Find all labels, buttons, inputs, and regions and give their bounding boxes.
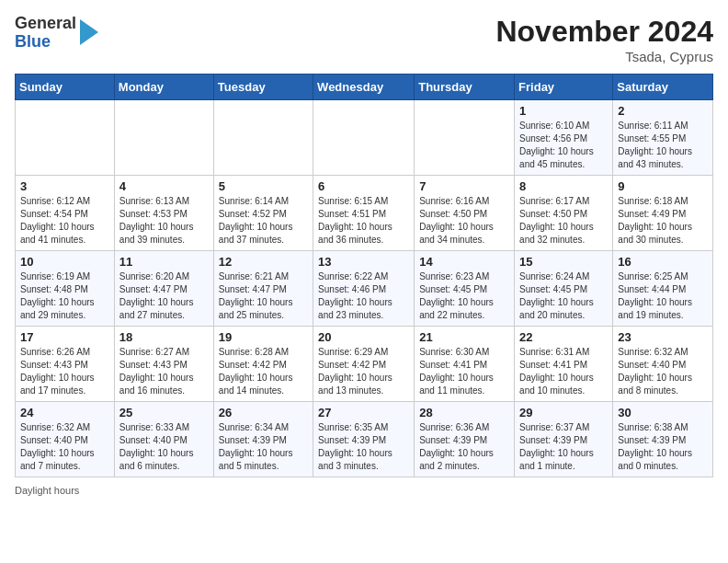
day-number: 24 <box>20 406 109 419</box>
day-info: Sunrise: 6:29 AM Sunset: 4:42 PM Dayligh… <box>318 346 409 397</box>
calendar-cell: 26Sunrise: 6:34 AM Sunset: 4:39 PM Dayli… <box>213 402 313 477</box>
day-number: 23 <box>618 330 708 344</box>
day-info: Sunrise: 6:33 AM Sunset: 4:40 PM Dayligh… <box>119 421 209 473</box>
calendar-body: 1Sunrise: 6:10 AM Sunset: 4:56 PM Daylig… <box>16 100 713 477</box>
day-info: Sunrise: 6:12 AM Sunset: 4:54 PM Dayligh… <box>20 195 109 247</box>
day-number: 7 <box>419 179 509 193</box>
day-number: 6 <box>318 179 409 193</box>
calendar-cell <box>415 100 515 176</box>
calendar-cell: 10Sunrise: 6:19 AM Sunset: 4:48 PM Dayli… <box>16 251 115 327</box>
day-number: 11 <box>119 255 209 269</box>
day-info: Sunrise: 6:18 AM Sunset: 4:49 PM Dayligh… <box>618 195 708 247</box>
logo-arrow-icon <box>80 19 98 45</box>
day-number: 15 <box>519 255 608 269</box>
calendar-week-4: 17Sunrise: 6:26 AM Sunset: 4:43 PM Dayli… <box>16 327 713 402</box>
page-subtitle: Tsada, Cyprus <box>495 49 713 64</box>
day-info: Sunrise: 6:31 AM Sunset: 4:41 PM Dayligh… <box>519 346 608 397</box>
calendar-week-5: 24Sunrise: 6:32 AM Sunset: 4:40 PM Dayli… <box>16 402 713 477</box>
day-info: Sunrise: 6:19 AM Sunset: 4:48 PM Dayligh… <box>20 270 109 322</box>
day-number: 18 <box>119 330 209 344</box>
calendar-cell: 25Sunrise: 6:33 AM Sunset: 4:40 PM Dayli… <box>114 402 213 477</box>
calendar-cell: 17Sunrise: 6:26 AM Sunset: 4:43 PM Dayli… <box>16 327 115 402</box>
calendar-cell: 9Sunrise: 6:18 AM Sunset: 4:49 PM Daylig… <box>613 176 713 251</box>
day-info: Sunrise: 6:17 AM Sunset: 4:50 PM Dayligh… <box>519 195 608 247</box>
calendar-cell: 27Sunrise: 6:35 AM Sunset: 4:39 PM Dayli… <box>313 402 415 477</box>
day-number: 1 <box>519 104 608 118</box>
day-info: Sunrise: 6:32 AM Sunset: 4:40 PM Dayligh… <box>20 421 109 473</box>
calendar-cell: 7Sunrise: 6:16 AM Sunset: 4:50 PM Daylig… <box>415 176 515 251</box>
logo: General Blue <box>15 15 98 52</box>
day-info: Sunrise: 6:26 AM Sunset: 4:43 PM Dayligh… <box>20 346 109 397</box>
day-number: 13 <box>318 255 409 269</box>
day-info: Sunrise: 6:14 AM Sunset: 4:52 PM Dayligh… <box>219 195 308 247</box>
calendar-cell: 30Sunrise: 6:38 AM Sunset: 4:39 PM Dayli… <box>613 402 713 477</box>
calendar-cell <box>16 100 115 176</box>
calendar-cell: 5Sunrise: 6:14 AM Sunset: 4:52 PM Daylig… <box>213 176 313 251</box>
day-info: Sunrise: 6:34 AM Sunset: 4:39 PM Dayligh… <box>219 421 308 473</box>
day-info: Sunrise: 6:16 AM Sunset: 4:50 PM Dayligh… <box>419 195 509 247</box>
calendar-cell <box>114 100 213 176</box>
day-info: Sunrise: 6:38 AM Sunset: 4:39 PM Dayligh… <box>618 421 708 473</box>
day-number: 29 <box>519 406 608 419</box>
calendar-cell: 20Sunrise: 6:29 AM Sunset: 4:42 PM Dayli… <box>313 327 415 402</box>
header-day-saturday: Saturday <box>613 75 713 100</box>
header-day-friday: Friday <box>515 75 613 100</box>
calendar-cell: 6Sunrise: 6:15 AM Sunset: 4:51 PM Daylig… <box>313 176 415 251</box>
header-day-monday: Monday <box>114 75 213 100</box>
day-number: 27 <box>318 406 409 419</box>
day-number: 19 <box>219 330 308 344</box>
day-number: 25 <box>119 406 209 419</box>
day-number: 8 <box>519 179 608 193</box>
calendar-cell: 19Sunrise: 6:28 AM Sunset: 4:42 PM Dayli… <box>213 327 313 402</box>
day-number: 16 <box>618 255 708 269</box>
calendar-cell: 16Sunrise: 6:25 AM Sunset: 4:44 PM Dayli… <box>613 251 713 327</box>
day-info: Sunrise: 6:35 AM Sunset: 4:39 PM Dayligh… <box>318 421 409 473</box>
day-info: Sunrise: 6:15 AM Sunset: 4:51 PM Dayligh… <box>318 195 409 247</box>
logo-general: General <box>15 14 76 32</box>
day-number: 4 <box>119 179 209 193</box>
day-info: Sunrise: 6:13 AM Sunset: 4:53 PM Dayligh… <box>119 195 209 247</box>
calendar-table: SundayMondayTuesdayWednesdayThursdayFrid… <box>15 74 713 477</box>
calendar-cell: 22Sunrise: 6:31 AM Sunset: 4:41 PM Dayli… <box>515 327 613 402</box>
day-info: Sunrise: 6:23 AM Sunset: 4:45 PM Dayligh… <box>419 270 509 322</box>
header-day-wednesday: Wednesday <box>313 75 415 100</box>
calendar-cell <box>213 100 313 176</box>
calendar-cell: 13Sunrise: 6:22 AM Sunset: 4:46 PM Dayli… <box>313 251 415 327</box>
calendar-cell: 14Sunrise: 6:23 AM Sunset: 4:45 PM Dayli… <box>415 251 515 327</box>
day-info: Sunrise: 6:10 AM Sunset: 4:56 PM Dayligh… <box>519 120 608 171</box>
day-number: 14 <box>419 255 509 269</box>
calendar-cell: 4Sunrise: 6:13 AM Sunset: 4:53 PM Daylig… <box>114 176 213 251</box>
calendar-cell <box>313 100 415 176</box>
day-info: Sunrise: 6:21 AM Sunset: 4:47 PM Dayligh… <box>219 270 308 322</box>
calendar-cell: 21Sunrise: 6:30 AM Sunset: 4:41 PM Dayli… <box>415 327 515 402</box>
header-day-thursday: Thursday <box>415 75 515 100</box>
logo-text: General Blue <box>15 15 76 52</box>
calendar-cell: 3Sunrise: 6:12 AM Sunset: 4:54 PM Daylig… <box>16 176 115 251</box>
calendar-cell: 24Sunrise: 6:32 AM Sunset: 4:40 PM Dayli… <box>16 402 115 477</box>
calendar-cell: 12Sunrise: 6:21 AM Sunset: 4:47 PM Dayli… <box>213 251 313 327</box>
calendar-cell: 11Sunrise: 6:20 AM Sunset: 4:47 PM Dayli… <box>114 251 213 327</box>
footer-note: Daylight hours <box>15 485 713 496</box>
calendar-cell: 2Sunrise: 6:11 AM Sunset: 4:55 PM Daylig… <box>613 100 713 176</box>
day-number: 17 <box>20 330 109 344</box>
calendar-cell: 1Sunrise: 6:10 AM Sunset: 4:56 PM Daylig… <box>515 100 613 176</box>
day-info: Sunrise: 6:24 AM Sunset: 4:45 PM Dayligh… <box>519 270 608 322</box>
day-number: 30 <box>618 406 708 419</box>
calendar-cell: 18Sunrise: 6:27 AM Sunset: 4:43 PM Dayli… <box>114 327 213 402</box>
day-number: 26 <box>219 406 308 419</box>
calendar-cell: 28Sunrise: 6:36 AM Sunset: 4:39 PM Dayli… <box>415 402 515 477</box>
day-info: Sunrise: 6:11 AM Sunset: 4:55 PM Dayligh… <box>618 120 708 171</box>
calendar-week-1: 1Sunrise: 6:10 AM Sunset: 4:56 PM Daylig… <box>16 100 713 176</box>
header-day-sunday: Sunday <box>16 75 115 100</box>
day-number: 9 <box>618 179 708 193</box>
day-number: 12 <box>219 255 308 269</box>
calendar-header-row: SundayMondayTuesdayWednesdayThursdayFrid… <box>16 75 713 100</box>
day-number: 28 <box>419 406 509 419</box>
header-day-tuesday: Tuesday <box>213 75 313 100</box>
day-number: 2 <box>618 104 708 118</box>
logo-blue: Blue <box>15 32 51 51</box>
day-info: Sunrise: 6:25 AM Sunset: 4:44 PM Dayligh… <box>618 270 708 322</box>
calendar-cell: 29Sunrise: 6:37 AM Sunset: 4:39 PM Dayli… <box>515 402 613 477</box>
calendar-cell: 8Sunrise: 6:17 AM Sunset: 4:50 PM Daylig… <box>515 176 613 251</box>
day-number: 21 <box>419 330 509 344</box>
